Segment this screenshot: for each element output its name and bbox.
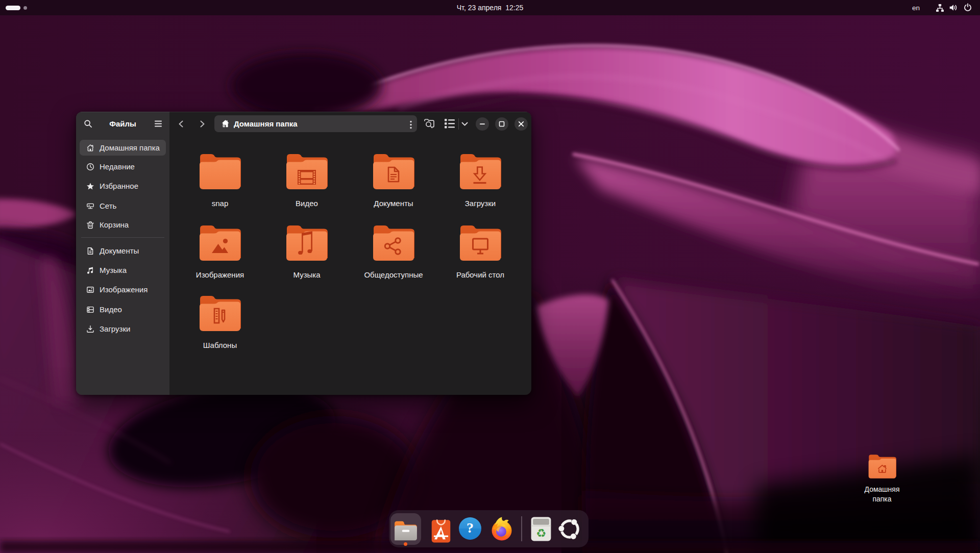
- svg-text:♻: ♻: [536, 527, 546, 540]
- svg-text:?: ?: [467, 520, 474, 536]
